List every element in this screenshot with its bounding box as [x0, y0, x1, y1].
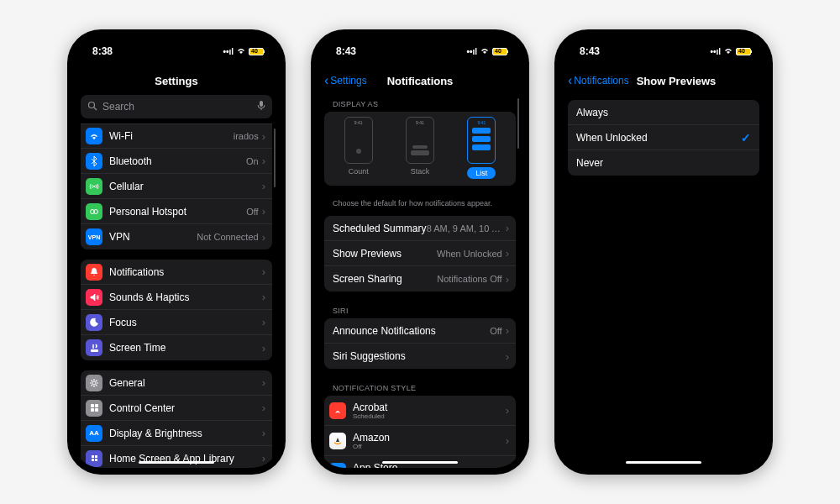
settings-row-display[interactable]: AA Display & Brightness ›: [81, 421, 272, 446]
status-time: 8:43: [580, 45, 600, 57]
cellular-icon: [86, 178, 102, 195]
row-label: Amazon: [353, 432, 506, 444]
phone-preview-icon: 9:41: [344, 117, 373, 164]
display-caption: Choose the default for how notifications…: [324, 196, 516, 216]
settings-row-cellular[interactable]: Cellular ›: [81, 174, 272, 199]
row-label: Siri Suggestions: [329, 350, 506, 362]
app-row-acrobat[interactable]: Acrobat Scheduled ›: [324, 396, 516, 426]
row-value: On: [246, 156, 259, 166]
settings-row-focus[interactable]: Focus ›: [81, 310, 272, 335]
chevron-right-icon: ›: [506, 350, 509, 363]
svg-point-3: [93, 186, 95, 187]
home-indicator[interactable]: [139, 461, 214, 464]
row-value: Off: [246, 207, 258, 217]
status-time: 8:38: [92, 45, 113, 57]
mic-icon[interactable]: [257, 100, 265, 113]
home-indicator[interactable]: [382, 461, 458, 464]
svg-line-1: [94, 108, 97, 110]
section-header-siri: SIRI: [324, 302, 516, 318]
settings-row-sounds[interactable]: Sounds & Haptics ›: [81, 285, 272, 310]
settings-row-general[interactable]: General ›: [81, 370, 272, 396]
section-header-style: NOTIFICATION STYLE: [324, 379, 516, 396]
battery-icon: 40: [492, 48, 507, 55]
row-label: Sounds & Haptics: [109, 291, 262, 303]
option-never[interactable]: Never: [568, 150, 759, 176]
row-label: Personal Hotspot: [109, 206, 246, 218]
row-scheduled-summary[interactable]: Scheduled Summary 8 AM, 9 AM, 10 A… ›: [324, 216, 516, 241]
scrollbar[interactable]: [517, 98, 519, 149]
settings-row-wifi[interactable]: Wi-Fi irados ›: [81, 123, 272, 149]
home-indicator[interactable]: [626, 461, 701, 464]
checkmark-icon: ✓: [741, 131, 751, 144]
status-time: 8:43: [336, 45, 356, 57]
settings-row-vpn[interactable]: VPN VPN Not Connected ›: [81, 224, 272, 249]
option-label: Never: [576, 157, 603, 169]
wifi-status-icon: [723, 47, 733, 56]
back-button[interactable]: ‹ Settings: [324, 73, 367, 88]
svg-rect-11: [95, 408, 98, 412]
display-option-stack[interactable]: 9:41 Stack: [406, 117, 434, 179]
row-label: Display & Brightness: [109, 428, 262, 439]
row-value: Not Connected: [197, 232, 258, 242]
row-sublabel: Scheduled: [353, 412, 506, 420]
sounds-icon: [86, 289, 102, 306]
wifi-status-icon: [236, 47, 246, 56]
option-label: List: [467, 167, 496, 179]
svg-point-7: [92, 381, 96, 385]
search-input[interactable]: Search: [81, 95, 272, 118]
chevron-right-icon: ›: [506, 222, 509, 234]
row-value: irados: [234, 131, 259, 141]
back-button[interactable]: ‹ Notifications: [568, 73, 629, 88]
row-label: Bluetooth: [109, 155, 246, 167]
row-show-previews[interactable]: Show Previews When Unlocked ›: [324, 241, 516, 266]
row-label: Scheduled Summary: [329, 223, 427, 234]
settings-row-control-center[interactable]: Control Center ›: [81, 396, 272, 421]
row-label: Control Center: [109, 402, 262, 414]
phone-mockup-show-previews: 8:43 ••ıl 40 ‹ Notifications Show Previe…: [554, 29, 773, 475]
display-option-count[interactable]: 9:41 Count: [344, 117, 373, 179]
chevron-right-icon: ›: [262, 291, 265, 303]
chevron-right-icon: ›: [506, 324, 509, 337]
row-label: Cellular: [109, 181, 262, 192]
row-label: Acrobat: [353, 402, 506, 413]
battery-icon: 40: [249, 48, 264, 55]
battery-icon: 40: [736, 48, 751, 55]
settings-row-hotspot[interactable]: Personal Hotspot Off ›: [81, 199, 272, 224]
wifi-status-icon: [480, 47, 490, 56]
settings-row-notifications[interactable]: Notifications ›: [81, 260, 272, 285]
app-icon: [329, 402, 346, 419]
chevron-right-icon: ›: [506, 465, 509, 469]
option-label: When Unlocked: [576, 132, 648, 144]
vpn-icon: VPN: [86, 228, 102, 245]
section-header-display-as: DISPLAY AS: [324, 95, 516, 112]
row-label: General: [109, 377, 262, 389]
display-option-list[interactable]: 9:41 List: [467, 117, 496, 179]
row-siri-suggestions[interactable]: Siri Suggestions ›: [324, 344, 516, 369]
chevron-right-icon: ›: [262, 376, 265, 389]
general-icon: [86, 375, 102, 391]
focus-icon: [86, 314, 102, 331]
svg-rect-8: [91, 404, 94, 407]
chevron-right-icon: ›: [506, 434, 509, 447]
phone-preview-icon: 9:41: [467, 117, 496, 164]
option-when-unlocked[interactable]: When Unlocked ✓: [568, 125, 759, 150]
row-label: Announce Notifications: [329, 325, 490, 337]
row-announce-notifications[interactable]: Announce Notifications Off ›: [324, 318, 516, 344]
settings-row-bluetooth[interactable]: Bluetooth On ›: [81, 149, 272, 174]
row-label: Notifications: [109, 266, 262, 278]
chevron-right-icon: ›: [262, 205, 265, 218]
chevron-right-icon: ›: [262, 402, 265, 414]
app-row-amazon[interactable]: Amazon Off ›: [324, 426, 516, 456]
chevron-left-icon: ‹: [324, 73, 328, 88]
option-always[interactable]: Always: [568, 100, 759, 125]
settings-row-homescreen[interactable]: Home Screen & App Library ›: [81, 446, 272, 468]
svg-rect-13: [95, 455, 97, 458]
notifications-icon: [86, 264, 102, 281]
row-screen-sharing[interactable]: Screen Sharing Notifications Off ›: [324, 266, 516, 291]
chevron-right-icon: ›: [262, 342, 265, 354]
scrollbar[interactable]: [274, 129, 276, 187]
phone-preview-icon: 9:41: [406, 117, 434, 164]
option-label: Always: [576, 107, 608, 118]
chevron-left-icon: ‹: [568, 73, 572, 88]
settings-row-screentime[interactable]: Screen Time ›: [81, 335, 272, 360]
